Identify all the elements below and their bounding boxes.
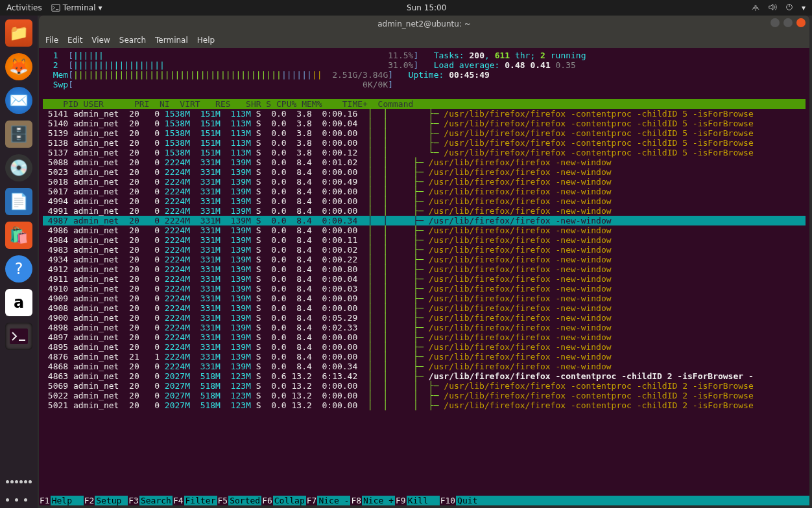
process-row[interactable]: 4895 admin_net 20 0 2224M 331M 139M S 0.…	[43, 342, 612, 352]
fnlabel-F2[interactable]: Setup	[95, 496, 128, 505]
fnlabel-F1[interactable]: Help	[51, 496, 84, 505]
fnkey-F7: F7	[306, 496, 318, 505]
amazon-icon[interactable]: a	[5, 289, 32, 316]
svg-point-1	[755, 9, 756, 10]
software-icon[interactable]: 🛍️	[5, 222, 32, 249]
process-row[interactable]: 4983 admin_net 20 0 2224M 331M 139M S 0.…	[43, 245, 612, 255]
disks-icon[interactable]: 💿	[5, 154, 32, 181]
firefox-icon[interactable]: 🦊	[5, 53, 32, 80]
process-row[interactable]: 4994 admin_net 20 0 2224M 331M 139M S 0.…	[43, 196, 612, 206]
help-icon[interactable]: ?	[5, 255, 32, 283]
process-row[interactable]: 4900 admin_net 20 0 2224M 331M 139M S 0.…	[43, 313, 612, 323]
fnkey-F2: F2	[84, 496, 95, 505]
process-row[interactable]: 4911 admin_net 20 0 2224M 331M 139M S 0.…	[43, 274, 612, 284]
menu-edit[interactable]: Edit	[67, 36, 82, 45]
terminal-output[interactable]: 1 [|||||| 11.5%] Tasks: 200, 611 thr; 2 …	[39, 48, 809, 505]
process-row[interactable]: 4876 admin_net 21 1 2224M 331M 139M S 0.…	[43, 352, 612, 362]
fnkey-F3: F3	[128, 496, 139, 505]
menu-help[interactable]: Help	[197, 36, 215, 45]
gnome-topbar: Activities Terminal ▾ Sun 15:00 ▾	[0, 0, 812, 16]
power-icon[interactable]	[785, 3, 794, 14]
process-row[interactable]: 5018 admin_net 20 0 2224M 331M 139M S 0.…	[43, 177, 612, 187]
menu-terminal[interactable]: Terminal	[155, 36, 188, 45]
fnkey-F4: F4	[173, 496, 184, 505]
process-row[interactable]: 5069 admin_net 20 0 2027M 518M 123M S 0.…	[43, 381, 754, 391]
terminal-dock-icon[interactable]	[5, 323, 32, 350]
process-row[interactable]: 4868 admin_net 20 0 2224M 331M 139M S 0.…	[43, 362, 612, 371]
process-row[interactable]: 5088 admin_net 20 0 2224M 331M 139M S 0.…	[43, 157, 612, 167]
process-row[interactable]: 5023 admin_net 20 0 2224M 331M 139M S 0.…	[43, 167, 612, 177]
app-menu[interactable]: Terminal ▾	[51, 3, 102, 12]
close-button[interactable]	[796, 18, 806, 27]
files-icon[interactable]: 📁	[5, 19, 32, 47]
column-header[interactable]: PID USER PRI NI VIRT RES SHR S CPU% MEM%…	[43, 99, 806, 109]
process-row[interactable]: 4863 admin_net 20 0 2027M 518M 123M S 0.…	[43, 371, 754, 381]
menu-file[interactable]: File	[45, 36, 58, 45]
process-row-selected[interactable]: 4987 admin_net 20 0 2224M 331M 139M S 0.…	[43, 216, 806, 225]
terminal-icon	[51, 3, 60, 12]
network-icon[interactable]	[751, 3, 760, 14]
fnlabel-F7[interactable]: Nice -	[317, 496, 350, 505]
svg-rect-4	[10, 329, 28, 344]
process-row[interactable]: 5017 admin_net 20 0 2224M 331M 139M S 0.…	[43, 187, 612, 196]
activities-button[interactable]: Activities	[6, 3, 42, 12]
fnlabel-F9[interactable]: Kill	[407, 496, 440, 505]
clock[interactable]: Sun 15:00	[407, 3, 446, 12]
svg-rect-0	[52, 5, 60, 12]
volume-icon[interactable]	[768, 3, 777, 14]
process-row[interactable]: 4912 admin_net 20 0 2224M 331M 139M S 0.…	[43, 264, 612, 274]
minimize-button[interactable]	[770, 18, 780, 27]
fnkey-F5: F5	[217, 496, 229, 505]
fnlabel-F8[interactable]: Nice +	[362, 496, 395, 505]
window-title: admin_net2@ubuntu: ~	[377, 19, 471, 29]
terminal-menubar: FileEditViewSearchTerminalHelp	[39, 32, 809, 48]
fnlabel-F6[interactable]: Collap	[273, 496, 306, 505]
menu-search[interactable]: Search	[119, 36, 146, 45]
show-apps-icon[interactable]	[5, 474, 32, 502]
process-row[interactable]: 4908 admin_net 20 0 2224M 331M 139M S 0.…	[43, 303, 612, 313]
dock: 📁 🦊 ✉️ 🗄️ 💿 📄 🛍️ ? a	[0, 16, 38, 508]
process-row[interactable]: 5021 admin_net 20 0 2027M 518M 123M S 0.…	[43, 400, 754, 410]
process-row[interactable]: 4986 admin_net 20 0 2224M 331M 139M S 0.…	[43, 225, 612, 235]
archive-icon[interactable]: 🗄️	[5, 121, 32, 148]
system-menu-chevron-icon[interactable]: ▾	[802, 3, 806, 12]
writer-icon[interactable]: 📄	[5, 188, 32, 215]
fnlabel-F5[interactable]: Sorted	[228, 496, 261, 505]
fnkey-F6: F6	[261, 496, 273, 505]
process-row[interactable]: 5141 admin_net 20 0 1538M 151M 113M S 0.…	[43, 109, 754, 119]
fnkey-F1: F1	[39, 496, 51, 505]
process-row[interactable]: 4910 admin_net 20 0 2224M 331M 139M S 0.…	[43, 284, 612, 294]
process-row[interactable]: 4934 admin_net 20 0 2224M 331M 139M S 0.…	[43, 255, 612, 264]
fnlabel-F10[interactable]: Quit	[456, 496, 489, 505]
fnkey-F10: F10	[440, 496, 456, 505]
fnkey-F9: F9	[395, 496, 407, 505]
window-titlebar[interactable]: admin_net2@ubuntu: ~	[39, 16, 809, 32]
menu-view[interactable]: View	[91, 36, 110, 45]
terminal-window: admin_net2@ubuntu: ~ FileEditViewSearchT…	[39, 16, 809, 505]
process-row[interactable]: 4984 admin_net 20 0 2224M 331M 139M S 0.…	[43, 235, 612, 245]
process-row[interactable]: 5022 admin_net 20 0 2027M 518M 123M S 0.…	[43, 391, 754, 400]
function-key-bar: F1Help F2Setup F3SearchF4FilterF5SortedF…	[39, 496, 809, 505]
process-row[interactable]: 5138 admin_net 20 0 1538M 151M 113M S 0.…	[43, 138, 754, 148]
process-row[interactable]: 4897 admin_net 20 0 2224M 331M 139M S 0.…	[43, 332, 612, 342]
fnlabel-F4[interactable]: Filter	[184, 496, 217, 505]
process-row[interactable]: 4991 admin_net 20 0 2224M 331M 139M S 0.…	[43, 206, 612, 216]
process-row[interactable]: 5140 admin_net 20 0 1538M 151M 113M S 0.…	[43, 119, 754, 128]
process-row[interactable]: 5139 admin_net 20 0 1538M 151M 113M S 0.…	[43, 128, 754, 138]
process-row[interactable]: 4898 admin_net 20 0 2224M 331M 139M S 0.…	[43, 323, 612, 332]
process-row[interactable]: 4909 admin_net 20 0 2224M 331M 139M S 0.…	[43, 294, 612, 303]
maximize-button[interactable]	[783, 18, 793, 27]
fnkey-F8: F8	[350, 496, 362, 505]
process-row[interactable]: 5137 admin_net 20 0 1538M 151M 113M S 0.…	[43, 148, 754, 157]
thunderbird-icon[interactable]: ✉️	[5, 87, 32, 114]
fnlabel-F3[interactable]: Search	[139, 496, 173, 505]
